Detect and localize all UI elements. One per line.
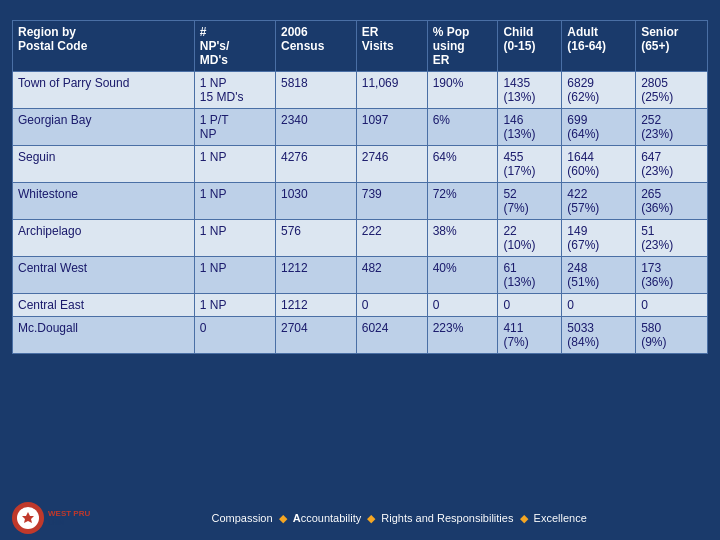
- cell-child: 22(10%): [498, 220, 562, 257]
- cell-pct_pop: 64%: [427, 146, 498, 183]
- tagline-accountability: Accountability: [293, 512, 362, 524]
- cell-region: Mc.Dougall: [13, 317, 195, 354]
- table-body: Town of Parry Sound1 NP15 MD's581811,069…: [13, 72, 708, 354]
- cell-adult: 0: [562, 294, 636, 317]
- cell-pct_pop: 223%: [427, 317, 498, 354]
- cell-adult: 6829(62%): [562, 72, 636, 109]
- diamond-2: ◆: [367, 512, 375, 524]
- tagline-compassion: Compassion: [211, 512, 272, 524]
- cell-census: 1212: [276, 294, 357, 317]
- cell-np_md: 1 NP: [194, 183, 275, 220]
- cell-senior: 647(23%): [636, 146, 708, 183]
- footer-logo: WEST PRU LHIN: [12, 502, 90, 534]
- logo-outer-circle: [12, 502, 44, 534]
- diamond-1: ◆: [279, 512, 287, 524]
- cell-er_visits: 482: [356, 257, 427, 294]
- cell-np_md: 1 NP: [194, 220, 275, 257]
- cell-er_visits: 6024: [356, 317, 427, 354]
- cell-pct_pop: 0: [427, 294, 498, 317]
- table-row: Mc.Dougall027046024223%411(7%)5033(84%)5…: [13, 317, 708, 354]
- cell-pct_pop: 38%: [427, 220, 498, 257]
- tagline-excellence: Excellence: [534, 512, 587, 524]
- cell-er_visits: 11,069: [356, 72, 427, 109]
- col-header-adult: Adult(16-64): [562, 21, 636, 72]
- col-header-np-md: #NP's/MD's: [194, 21, 275, 72]
- cell-er_visits: 2746: [356, 146, 427, 183]
- logo-inner-circle: [17, 507, 39, 529]
- cell-pct_pop: 190%: [427, 72, 498, 109]
- cell-adult: 1644(60%): [562, 146, 636, 183]
- cell-child: 0: [498, 294, 562, 317]
- cell-np_md: 1 P/TNP: [194, 109, 275, 146]
- cell-senior: 2805(25%): [636, 72, 708, 109]
- table-row: Georgian Bay1 P/TNP234010976%146(13%)699…: [13, 109, 708, 146]
- cell-adult: 248(51%): [562, 257, 636, 294]
- footer-tagline: Compassion ◆ Accountability ◆ Rights and…: [90, 512, 708, 525]
- col-header-senior: Senior(65+): [636, 21, 708, 72]
- cell-np_md: 0: [194, 317, 275, 354]
- cell-adult: 149(67%): [562, 220, 636, 257]
- col-header-region: Region byPostal Code: [13, 21, 195, 72]
- cell-np_md: 1 NP: [194, 257, 275, 294]
- table-wrapper: Region byPostal Code #NP's/MD's 2006Cens…: [12, 20, 708, 497]
- cell-census: 2340: [276, 109, 357, 146]
- table-row: Seguin1 NP4276274664%455(17%)1644(60%)64…: [13, 146, 708, 183]
- cell-region: Whitestone: [13, 183, 195, 220]
- cell-census: 1030: [276, 183, 357, 220]
- col-header-pct-pop: % PopusingER: [427, 21, 498, 72]
- cell-senior: 0: [636, 294, 708, 317]
- col-header-child: Child(0-15): [498, 21, 562, 72]
- cell-child: 411(7%): [498, 317, 562, 354]
- cell-child: 61(13%): [498, 257, 562, 294]
- cell-child: 455(17%): [498, 146, 562, 183]
- cell-region: Georgian Bay: [13, 109, 195, 146]
- cell-census: 2704: [276, 317, 357, 354]
- logo-text: WEST PRU LHIN: [48, 510, 90, 526]
- cell-er_visits: 222: [356, 220, 427, 257]
- logo-text-bottom: LHIN: [48, 519, 90, 527]
- cell-region: Seguin: [13, 146, 195, 183]
- cell-pct_pop: 72%: [427, 183, 498, 220]
- logo-text-top: WEST PRU: [48, 510, 90, 519]
- table-header-row: Region byPostal Code #NP's/MD's 2006Cens…: [13, 21, 708, 72]
- table-row: Central West1 NP121248240%61(13%)248(51%…: [13, 257, 708, 294]
- cell-senior: 265(36%): [636, 183, 708, 220]
- cell-pct_pop: 6%: [427, 109, 498, 146]
- cell-child: 1435(13%): [498, 72, 562, 109]
- cell-np_md: 1 NP: [194, 146, 275, 183]
- table-row: Archipelago1 NP57622238%22(10%)149(67%)5…: [13, 220, 708, 257]
- page-container: Region byPostal Code #NP's/MD's 2006Cens…: [0, 0, 720, 540]
- data-table: Region byPostal Code #NP's/MD's 2006Cens…: [12, 20, 708, 354]
- cell-census: 1212: [276, 257, 357, 294]
- cell-adult: 5033(84%): [562, 317, 636, 354]
- diamond-3: ◆: [520, 512, 528, 524]
- cell-census: 5818: [276, 72, 357, 109]
- cell-np_md: 1 NP15 MD's: [194, 72, 275, 109]
- cell-np_md: 1 NP: [194, 294, 275, 317]
- cell-region: Central West: [13, 257, 195, 294]
- table-row: Central East1 NP121200000: [13, 294, 708, 317]
- cell-adult: 699(64%): [562, 109, 636, 146]
- cell-adult: 422(57%): [562, 183, 636, 220]
- cell-senior: 252(23%): [636, 109, 708, 146]
- col-header-er-visits: ERVisits: [356, 21, 427, 72]
- cell-senior: 173(36%): [636, 257, 708, 294]
- col-header-census: 2006Census: [276, 21, 357, 72]
- cell-child: 52(7%): [498, 183, 562, 220]
- cell-child: 146(13%): [498, 109, 562, 146]
- table-row: Whitestone1 NP103073972%52(7%)422(57%)26…: [13, 183, 708, 220]
- cell-er_visits: 739: [356, 183, 427, 220]
- tagline-rights: Rights and Responsibilities: [381, 512, 513, 524]
- cell-er_visits: 0: [356, 294, 427, 317]
- cell-region: Central East: [13, 294, 195, 317]
- footer: WEST PRU LHIN Compassion ◆ Accountabilit…: [12, 497, 708, 534]
- table-row: Town of Parry Sound1 NP15 MD's581811,069…: [13, 72, 708, 109]
- logo-icon: [20, 510, 36, 526]
- cell-census: 576: [276, 220, 357, 257]
- cell-senior: 580(9%): [636, 317, 708, 354]
- cell-region: Town of Parry Sound: [13, 72, 195, 109]
- cell-region: Archipelago: [13, 220, 195, 257]
- cell-census: 4276: [276, 146, 357, 183]
- cell-er_visits: 1097: [356, 109, 427, 146]
- cell-senior: 51(23%): [636, 220, 708, 257]
